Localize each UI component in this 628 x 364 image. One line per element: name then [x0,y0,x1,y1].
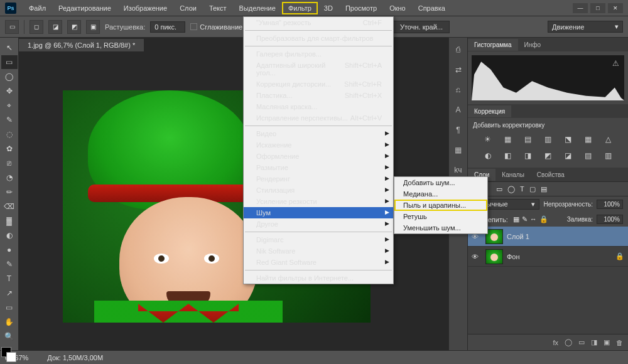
tool-11[interactable]: ⌫ [1,200,18,213]
layer-filter-icon-1[interactable]: ◯ [507,185,515,193]
tab-channels[interactable]: Каналы [495,169,531,181]
lock-icon-0[interactable]: ▦ [513,215,519,223]
layer-action-5[interactable]: 🗑 [616,339,623,346]
layer-action-4[interactable]: ▣ [604,338,610,346]
window-minimize-button[interactable]: — [573,3,588,13]
layer-row[interactable]: 👁 Фон 🔒 [468,247,628,267]
tool-3[interactable]: ✥ [1,84,18,98]
submenu-item-пыль-и-царапины-[interactable]: Пыль и царапины... [394,200,487,211]
subtract-selection-icon[interactable]: ◩ [67,20,81,34]
adjustment-icon-10[interactable]: ◩ [542,150,555,161]
tool-16[interactable]: T [1,272,18,286]
layer-action-0[interactable]: fx [553,339,558,346]
strip-icon-3[interactable]: A [452,103,465,117]
menu-справка[interactable]: Справка [412,2,452,14]
new-selection-icon[interactable]: ◻ [30,20,43,34]
menu-слои[interactable]: Слои [173,2,203,14]
add-selection-icon[interactable]: ◪ [48,20,62,34]
adjustment-icon-8[interactable]: ◧ [502,150,514,161]
layer-row[interactable]: 👁 Слой 1 [468,227,628,247]
tool-0[interactable]: ↖ [1,41,18,55]
adjustment-icon-6[interactable]: △ [602,134,615,145]
tool-15[interactable]: ✎ [1,257,18,271]
menu-item-рендеринг[interactable]: Рендеринг▶ [244,173,393,185]
menu-item-масляная-краска-[interactable]: Масляная краска... [244,101,393,112]
opacity-input[interactable]: 100% [597,200,623,209]
background-color[interactable] [6,352,16,362]
adjustment-icon-11[interactable]: ◪ [562,150,575,161]
menu-item-шум[interactable]: Шум▶ [244,207,393,218]
menu-item-галерея-фильтров-[interactable]: Галерея фильтров... [244,48,393,60]
tool-9[interactable]: ◔ [1,171,18,185]
strip-icon-4[interactable]: ¶ [452,123,465,137]
tool-18[interactable]: ▭ [1,301,18,314]
layer-action-1[interactable]: ◯ [565,338,572,346]
menu-просмотр[interactable]: Просмотр [339,2,383,14]
visibility-icon[interactable]: 👁 [472,253,482,260]
antialias-checkbox[interactable]: Сглаживание [190,23,242,31]
lock-icon-2[interactable]: ↔ [530,215,537,223]
tab-histogram[interactable]: Гистограмма [468,39,518,51]
menu-изображение[interactable]: Изображение [117,2,173,14]
refine-edge-button[interactable]: Уточн. край... [393,21,450,33]
menu-файл[interactable]: Файл [23,2,52,14]
menu-item-коррекция-дисторсии-[interactable]: Коррекция дисторсии...Shift+Ctrl+R [244,78,393,90]
tool-17[interactable]: ↗ [1,286,18,300]
strip-icon-1[interactable]: ⇄ [452,63,465,77]
menu-3d[interactable]: 3D [318,2,339,14]
tool-10[interactable]: ✏ [1,185,18,199]
menu-item-оформление[interactable]: Оформление▶ [244,151,393,162]
strip-icon-6[interactable]: kч [452,163,465,177]
tool-12[interactable]: ▓ [1,214,18,228]
adjustment-icon-4[interactable]: ⬔ [562,134,575,145]
tool-5[interactable]: ✎ [1,113,18,127]
adjustment-icon-9[interactable]: ◨ [522,150,534,161]
tool-preset-icon[interactable]: ▭ [5,20,19,34]
tool-6[interactable]: ◌ [1,127,18,141]
tool-1[interactable]: ▭ [1,55,18,69]
strip-icon-2[interactable]: ⎌ [452,83,465,97]
menu-item-искажение[interactable]: Искажение▶ [244,139,393,151]
adjustment-icon-0[interactable]: ☀ [482,134,494,145]
adjustment-icon-7[interactable]: ◐ [482,150,494,161]
menu-item-red-giant-software[interactable]: Red Giant Software▶ [244,257,393,268]
adjustment-icon-2[interactable]: ▤ [522,134,534,145]
window-maximize-button[interactable]: □ [590,3,605,13]
submenu-item-добавить-шум-[interactable]: Добавить шум... [394,177,487,188]
menu-item-nik-software[interactable]: Nik Software▶ [244,245,393,257]
tool-4[interactable]: ⌖ [1,99,18,112]
layer-filter-icon-4[interactable]: ▤ [541,185,547,193]
menu-фильтр[interactable]: Фильтр [282,2,318,14]
tab-info[interactable]: Инфо [518,39,548,51]
adjustment-icon-13[interactable]: ▥ [602,150,615,161]
adjustment-icon-12[interactable]: ▤ [582,150,595,161]
strip-icon-0[interactable]: ⎙ [452,43,465,56]
layer-thumbnail[interactable] [485,229,503,244]
submenu-item-уменьшить-шум-[interactable]: Уменьшить шум... [394,222,487,233]
document-tab[interactable]: 1.jpg @ 66,7% (Слой 1, RGB/8#) * [19,39,144,51]
strip-icon-5[interactable]: ▦ [452,143,465,157]
menu-item-пластика-[interactable]: Пластика...Shift+Ctrl+X [244,90,393,101]
layer-filter-icon-3[interactable]: ▢ [529,185,536,193]
tool-13[interactable]: ◐ [1,228,18,242]
warning-icon[interactable]: ⚠ [612,59,619,68]
layer-thumbnail[interactable] [485,249,503,264]
menu-item-стилизация[interactable]: Стилизация▶ [244,185,393,196]
lock-icon-3[interactable]: 🔒 [539,215,548,223]
menu-item-адаптивный-широкий-угол-[interactable]: Адаптивный широкий угол...Shift+Ctrl+A [244,60,393,78]
adjustment-icon-5[interactable]: ▦ [582,134,595,145]
menu-редактирование[interactable]: Редактирование [52,2,117,14]
menu-item--умная-резкость[interactable]: "Умная" резкостьCtrl+F [244,17,393,28]
tool-7[interactable]: ✿ [1,142,18,156]
tool-2[interactable]: ◯ [1,70,18,83]
tab-properties[interactable]: Свойства [531,169,571,181]
menu-выделение[interactable]: Выделение [233,2,282,14]
menu-item-исправление-перспективы-[interactable]: Исправление перспективы...Alt+Ctrl+V [244,112,393,124]
layer-action-3[interactable]: ◨ [591,338,597,346]
layer-action-2[interactable]: ▭ [578,338,585,346]
menu-item-усиление-резкости[interactable]: Усиление резкости▶ [244,196,393,207]
menu-текст[interactable]: Текст [203,2,233,14]
menu-item-найти-фильтры-в-интернете-[interactable]: Найти фильтры в Интернете... [244,272,393,284]
tool-14[interactable]: ● [1,243,18,257]
adjustment-icon-3[interactable]: ▥ [542,134,555,145]
